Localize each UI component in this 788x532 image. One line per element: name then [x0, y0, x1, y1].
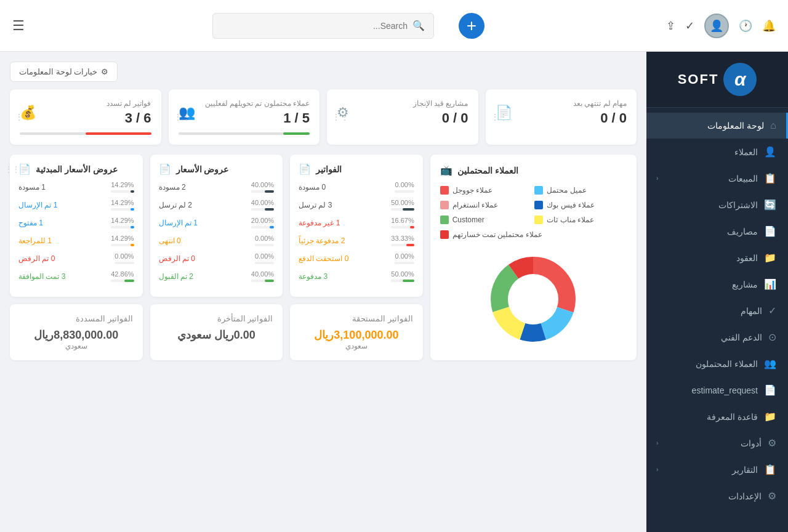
- donut-chart: [484, 250, 582, 349]
- inv-due-title: الفواتير المستحقة: [300, 314, 413, 323]
- row-percent: 0.00%: [255, 235, 274, 242]
- row-label: 2 مسودة: [159, 183, 186, 191]
- row-percent: 33.33%: [391, 235, 414, 242]
- bell-icon[interactable]: 🔔: [762, 19, 776, 33]
- dashboard-options-button[interactable]: ⚙ خيارات لوحة المعلومات: [10, 62, 118, 82]
- sidebar-item-label: الاشتراكات: [656, 200, 758, 210]
- sidebar-item-potential-clients[interactable]: 👥 العملاء المحتملون: [646, 350, 788, 377]
- stat-value-invoices: 6 / 3: [107, 110, 151, 126]
- sidebar-item-label: الإعدادات: [656, 491, 762, 501]
- legend-label: عميل محتمل: [547, 186, 586, 195]
- sidebar-item-projects[interactable]: 📊 مشاريع: [646, 271, 788, 297]
- sidebar-item-label: المبيعات: [664, 174, 758, 183]
- price-quotes-panel-icon: 📄: [159, 163, 171, 175]
- sidebar-item-subscriptions[interactable]: 🔄 الاشتراكات: [646, 191, 788, 218]
- row-percent: 50.00%: [391, 270, 414, 278]
- legend-label: عملاء فيس بوك: [547, 201, 595, 209]
- sidebar-item-label: مشاريع: [656, 280, 758, 289]
- row-label: 1 مسودة: [18, 183, 46, 191]
- row-label: 1 للمراجعة: [18, 236, 52, 245]
- sidebar-item-estimate[interactable]: 📄 estimate_request: [646, 377, 788, 403]
- row-label: 1 مفتوح: [18, 219, 43, 227]
- sidebar-item-support[interactable]: ⊙ الدعم الفني: [646, 324, 788, 350]
- sidebar-item-label: لوحة المعلومات: [656, 121, 764, 131]
- sidebar-item-reports[interactable]: 📋 التقارير ‹: [646, 456, 788, 483]
- panel-row: 33.33% 2 مدفوعة جزئياً: [299, 235, 414, 246]
- invoices-panel: الفواتير 📄 ⋮⋮ 0.00% 0 مسودة: [290, 155, 423, 297]
- initial-quotes-panel: عروض الأسعار المبدئية 📄 14.29% 1 مسودة: [10, 155, 143, 297]
- inv-paid-amount: 8,830,000.00ريال: [20, 328, 133, 342]
- panel-row: 16.67% 1 غير مدفوعة: [299, 217, 414, 228]
- sidebar-logo: α SOFT: [646, 52, 788, 108]
- initial-quotes-panel-title: عروض الأسعار المبدئية: [36, 164, 118, 174]
- sidebar-item-contracts[interactable]: 📁 العقود: [646, 244, 788, 271]
- row-label: 3 لم ترسل: [299, 201, 332, 209]
- row-percent: 0.00%: [115, 252, 134, 260]
- stat-value-potential: 5 / 1: [205, 110, 310, 126]
- sidebar-item-label: العملاء: [656, 147, 758, 157]
- row-percent: 40.00%: [251, 181, 274, 188]
- legend-label: Customer: [452, 216, 484, 224]
- sidebar-item-label: estimate_request: [656, 385, 758, 395]
- main-grid: العملاء المحتملين 📺 ⋮⋮ عميل محتمل عملاء …: [10, 155, 637, 360]
- legend-item: عميل محتمل: [534, 186, 627, 195]
- sidebar-item-tasks[interactable]: ✓ المهام: [646, 297, 788, 324]
- row-label: 3 تمت الموافقة: [18, 272, 65, 281]
- share-icon[interactable]: ⇪: [666, 19, 675, 33]
- panels-row-top: الفواتير 📄 ⋮⋮ 0.00% 0 مسودة: [10, 155, 423, 297]
- clock-icon[interactable]: 🕐: [739, 19, 752, 33]
- row-percent: 16.67%: [391, 217, 414, 224]
- legend-item: عملاء محتملين تمت خسارتهم: [440, 230, 627, 239]
- stats-row: ⋮⋮ مهام لم تنتهي بعد 0 / 0 📄 ⋮⋮ مشاريع ق…: [10, 89, 637, 145]
- legend-color-swatch: [534, 186, 543, 195]
- sidebar-item-knowledge[interactable]: 📁 قاعدة المعرفة: [646, 403, 788, 430]
- initial-quotes-panel-icon: 📄: [18, 163, 31, 175]
- sidebar-item-label: المهام: [656, 306, 762, 316]
- panel-row: 14.29% 1 تم الإرسال: [18, 199, 134, 211]
- panel-row: 0.00% 0 انتهى: [159, 235, 275, 246]
- invoices-panel-icon: 📄: [299, 163, 311, 175]
- avatar[interactable]: 👤: [704, 14, 729, 38]
- invoice-summary-due: الفواتير المستحقة 3,100,000.00ريال سعودي: [290, 304, 423, 360]
- legend-color-swatch: [440, 216, 449, 224]
- invoice-summaries: الفواتير المستحقة 3,100,000.00ريال سعودي…: [10, 304, 423, 360]
- sidebar-item-label: الدعم الفني: [656, 332, 762, 342]
- inv-late-amount: 0.00ريال سعودي: [160, 328, 273, 342]
- row-percent: 14.29%: [111, 181, 134, 188]
- home-icon: ⌂: [770, 120, 776, 131]
- check-icon[interactable]: ✓: [685, 19, 694, 33]
- legend-label: عملاء مناب ثات: [547, 216, 594, 224]
- legend: عميل محتمل عملاء جووجل عملاء فيس بوك: [440, 186, 627, 243]
- panel-row: 0.00% 0 تم الرفض: [159, 252, 275, 264]
- stat-card-invoices: ⋮⋮ فواتير لم تسدد 6 / 3 💰: [10, 89, 161, 145]
- add-button[interactable]: +: [459, 13, 484, 39]
- sidebar-item-sales[interactable]: 📋 المبيعات ‹: [646, 165, 788, 191]
- legend-item: عملاء فيس بوك: [534, 201, 627, 209]
- row-percent: 14.29%: [111, 235, 134, 242]
- sidebar-item-label: مصاريف: [656, 227, 758, 236]
- panel-row: 14.29% 1 مسودة: [18, 181, 134, 193]
- row-label: 0 تم الرفض: [159, 254, 195, 263]
- panel-row: 50.00% 3 لم ترسل: [299, 199, 414, 211]
- legend-color-swatch: [440, 201, 449, 209]
- search-input[interactable]: [222, 21, 408, 31]
- drag-handle-icon: ⋮⋮: [174, 112, 191, 122]
- search-icon: 🔍: [412, 20, 425, 31]
- sidebar-item-tools[interactable]: ⚙ أدوات ‹: [646, 430, 788, 456]
- inv-due-amount: 3,100,000.00ريال: [300, 328, 413, 342]
- panel-row: 42.86% 3 تمت الموافقة: [18, 270, 134, 282]
- row-percent: 0.00%: [255, 252, 274, 260]
- sidebar-item-clients[interactable]: 👤 العملاء: [646, 139, 788, 165]
- sidebar-nav: ⌂ لوحة المعلومات 👤 العملاء 📋 المبيعات ‹ …: [646, 108, 788, 514]
- panel-row: 14.29% 1 مفتوح: [18, 217, 134, 228]
- topbar-center: + 🔍: [31, 13, 666, 39]
- hamburger-menu-icon[interactable]: ☰: [12, 18, 25, 34]
- topbar: 🔔 🕐 👤 ✓ ⇪ + 🔍 ☰: [0, 0, 788, 52]
- sidebar: α SOFT ⌂ لوحة المعلومات 👤 العملاء 📋 المب…: [646, 52, 788, 532]
- sidebar-item-settings[interactable]: ⚙ الإعدادات: [646, 483, 788, 509]
- row-percent: 42.86%: [111, 270, 134, 278]
- sidebar-item-dashboard[interactable]: ⌂ لوحة المعلومات: [646, 113, 788, 139]
- sidebar-item-expenses[interactable]: 📄 مصاريف: [646, 218, 788, 244]
- options-bar: ⚙ خيارات لوحة المعلومات: [10, 62, 637, 82]
- row-label: 2 لم ترسل: [159, 201, 192, 209]
